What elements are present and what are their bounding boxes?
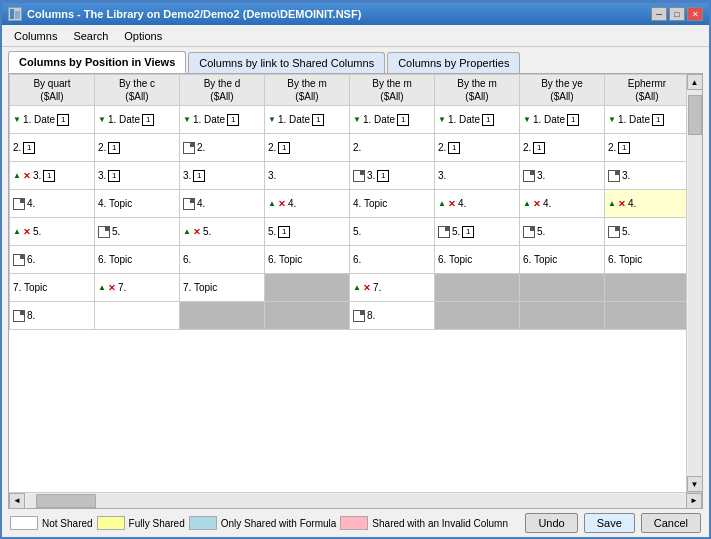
cell-2-1[interactable]: 2.1 xyxy=(95,134,180,162)
svg-rect-1 xyxy=(15,11,20,19)
cell-7-4[interactable]: ▲✕7. xyxy=(350,274,435,302)
cell-4-1[interactable]: 4. Topic xyxy=(95,190,180,218)
table-row: 7. Topic ▲✕7. 7. Topic ▲✕7. xyxy=(10,274,687,302)
cell-3-2[interactable]: 3.1 xyxy=(180,162,265,190)
cell-3-0[interactable]: ▲✕3.1 xyxy=(10,162,95,190)
cell-4-4[interactable]: 4. Topic xyxy=(350,190,435,218)
col-header-5: By the m ($All) xyxy=(435,75,520,106)
grid-scroll[interactable]: By quart ($All) By the c ($All) xyxy=(9,74,686,492)
cell-6-6[interactable]: 6. Topic xyxy=(520,246,605,274)
cell-4-2[interactable]: 4. xyxy=(180,190,265,218)
cell-3-5[interactable]: 3. xyxy=(435,162,520,190)
cell-6-4[interactable]: 6. xyxy=(350,246,435,274)
cell-2-5[interactable]: 2.1 xyxy=(435,134,520,162)
doc-icon xyxy=(608,170,620,182)
cell-5-2[interactable]: ▲✕5. xyxy=(180,218,265,246)
cell-1-3[interactable]: ▼ 1. Date1 xyxy=(265,106,350,134)
cell-1-7[interactable]: ▼ 1. Date1 xyxy=(605,106,687,134)
menu-search[interactable]: Search xyxy=(65,28,116,44)
cell-7-0[interactable]: 7. Topic xyxy=(10,274,95,302)
cell-6-5[interactable]: 6. Topic xyxy=(435,246,520,274)
cell-3-6[interactable]: 3. xyxy=(520,162,605,190)
grid-container: By quart ($All) By the c ($All) xyxy=(9,74,702,492)
cell-2-7[interactable]: 2.1 xyxy=(605,134,687,162)
cell-2-4[interactable]: 2. xyxy=(350,134,435,162)
arrow-up-icon: ▲ xyxy=(13,227,21,236)
undo-button[interactable]: Undo xyxy=(525,513,577,533)
cell-6-2[interactable]: 6. xyxy=(180,246,265,274)
minimize-button[interactable]: ─ xyxy=(651,7,667,21)
badge: 1 xyxy=(652,114,664,126)
scroll-left-button[interactable]: ◄ xyxy=(9,493,25,509)
cell-6-3[interactable]: 6. Topic xyxy=(265,246,350,274)
menu-options[interactable]: Options xyxy=(116,28,170,44)
vertical-scrollbar[interactable]: ▲ ▼ xyxy=(686,74,702,492)
tab-position[interactable]: Columns by Position in Views xyxy=(8,51,186,73)
save-button[interactable]: Save xyxy=(584,513,635,533)
cell-7-1[interactable]: ▲✕7. xyxy=(95,274,180,302)
x-icon: ✕ xyxy=(363,283,371,293)
content-area: By quart ($All) By the c ($All) xyxy=(8,73,703,509)
menu-columns[interactable]: Columns xyxy=(6,28,65,44)
col-header-3: By the m ($All) xyxy=(265,75,350,106)
scroll-down-button[interactable]: ▼ xyxy=(687,476,703,492)
badge: 1 xyxy=(377,170,389,182)
x-icon: ✕ xyxy=(23,227,31,237)
cell-4-6[interactable]: ▲✕4. xyxy=(520,190,605,218)
badge: 1 xyxy=(227,114,239,126)
cell-1-0[interactable]: ▼ 1. Date1 xyxy=(10,106,95,134)
cell-2-0[interactable]: 2.1 xyxy=(10,134,95,162)
scroll-track[interactable] xyxy=(688,90,702,476)
tab-shared[interactable]: Columns by link to Shared Columns xyxy=(188,52,385,73)
scroll-thumb[interactable] xyxy=(688,95,702,135)
badge: 1 xyxy=(567,114,579,126)
x-icon: ✕ xyxy=(533,199,541,209)
menu-bar: Columns Search Options xyxy=(2,25,709,47)
h-scroll-track[interactable] xyxy=(26,494,685,508)
cell-5-4[interactable]: 5. xyxy=(350,218,435,246)
cell-2-3[interactable]: 2.1 xyxy=(265,134,350,162)
horizontal-scrollbar[interactable]: ◄ ► xyxy=(9,492,702,508)
tab-properties[interactable]: Columns by Properties xyxy=(387,52,520,73)
cell-8-0[interactable]: 8. xyxy=(10,302,95,330)
title-buttons: ─ □ ✕ xyxy=(651,7,703,21)
cell-1-2[interactable]: ▼ 1. Date1 xyxy=(180,106,265,134)
badge: 1 xyxy=(108,170,120,182)
cell-6-0[interactable]: 6. xyxy=(10,246,95,274)
cell-5-7[interactable]: 5. xyxy=(605,218,687,246)
cell-1-5[interactable]: ▼ 1. Date1 xyxy=(435,106,520,134)
cell-5-6[interactable]: 5. xyxy=(520,218,605,246)
cell-5-0[interactable]: ▲✕5. xyxy=(10,218,95,246)
cell-5-3[interactable]: 5.1 xyxy=(265,218,350,246)
badge: 1 xyxy=(397,114,409,126)
scroll-up-button[interactable]: ▲ xyxy=(687,74,703,90)
cell-5-5[interactable]: 5.1 xyxy=(435,218,520,246)
cell-8-4[interactable]: 8. xyxy=(350,302,435,330)
scroll-right-button[interactable]: ► xyxy=(686,493,702,509)
arrow-down-icon: ▼ xyxy=(183,115,191,124)
cell-3-3[interactable]: 3. xyxy=(265,162,350,190)
cell-6-7[interactable]: 6. Topic xyxy=(605,246,687,274)
cell-3-4[interactable]: 3.1 xyxy=(350,162,435,190)
doc-icon xyxy=(438,226,450,238)
cell-7-2[interactable]: 7. Topic xyxy=(180,274,265,302)
cancel-button[interactable]: Cancel xyxy=(641,513,701,533)
cell-4-0[interactable]: 4. xyxy=(10,190,95,218)
cell-4-3[interactable]: ▲✕4. xyxy=(265,190,350,218)
cell-1-4[interactable]: ▼ 1. Date1 xyxy=(350,106,435,134)
cell-3-1[interactable]: 3.1 xyxy=(95,162,180,190)
arrow-up-icon: ▲ xyxy=(438,199,446,208)
cell-2-6[interactable]: 2.1 xyxy=(520,134,605,162)
cell-2-2[interactable]: 2. xyxy=(180,134,265,162)
cell-5-1[interactable]: 5. xyxy=(95,218,180,246)
cell-1-1[interactable]: ▼ 1. Date1 xyxy=(95,106,180,134)
cell-4-7[interactable]: ▲✕4. xyxy=(605,190,687,218)
close-button[interactable]: ✕ xyxy=(687,7,703,21)
cell-1-6[interactable]: ▼ 1. Date1 xyxy=(520,106,605,134)
cell-3-7[interactable]: 3. xyxy=(605,162,687,190)
maximize-button[interactable]: □ xyxy=(669,7,685,21)
h-scroll-thumb[interactable] xyxy=(36,494,96,508)
cell-6-1[interactable]: 6. Topic xyxy=(95,246,180,274)
cell-4-5[interactable]: ▲✕4. xyxy=(435,190,520,218)
cell-8-1[interactable] xyxy=(95,302,180,330)
